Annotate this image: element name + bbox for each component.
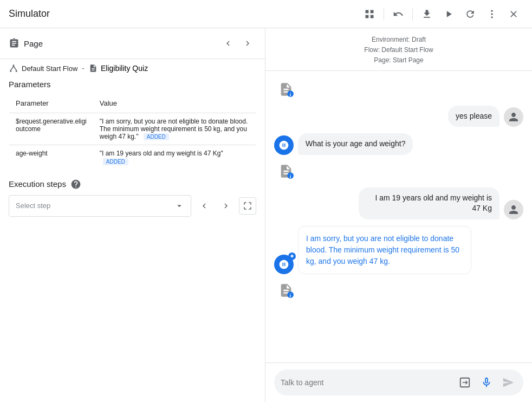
breadcrumb-page-name: Eligibility Quiz: [101, 64, 148, 73]
svg-point-9: [16, 70, 17, 72]
main-layout: Page: [0, 28, 532, 402]
close-button[interactable]: [504, 4, 523, 24]
message-user-1: yes please: [274, 106, 523, 127]
param-value-1: "I am sorry, but you are not eligible to…: [93, 113, 256, 145]
exec-controls: Select step: [9, 195, 256, 217]
param-name-1: $request.generative.eligioutcome: [9, 113, 93, 145]
undo-button[interactable]: [388, 4, 408, 24]
breadcrumb-flow: Default Start Flow: [9, 63, 77, 73]
doc-icon-1: i: [278, 82, 294, 97]
bubble-bot-1: What is your age and weight?: [298, 133, 413, 155]
avatar-bot-ai: ✦: [274, 255, 294, 274]
param-value-2: "I am 19 years old and my weight is 47 K…: [93, 145, 256, 170]
more-button[interactable]: [482, 4, 502, 24]
chat-messages: i yes please W: [265, 71, 532, 362]
parameters-section: Parameters Parameter Value $request.gene…: [0, 80, 265, 179]
breadcrumb: Default Start Flow - Eligibility Quiz: [0, 59, 265, 80]
svg-line-10: [11, 66, 14, 70]
divider-2: [412, 8, 413, 21]
page-header: Page: [0, 28, 265, 59]
refresh-icon: [465, 9, 476, 20]
message-bot-1: What is your age and weight?: [274, 133, 523, 155]
message-user-2: I am 19 years old and my weight is 47 Kg: [274, 187, 523, 219]
refresh-button[interactable]: [460, 4, 480, 24]
avatar-bot-1: [274, 135, 294, 155]
breadcrumb-separator: -: [82, 64, 85, 73]
topbar-actions: [360, 4, 523, 24]
mic-button[interactable]: [478, 374, 495, 391]
svg-point-4: [491, 10, 492, 11]
svg-text:i: i: [290, 293, 291, 298]
topbar: Simulator: [0, 0, 532, 28]
page-back-button[interactable]: [219, 35, 237, 52]
doc-icon-row-2: i: [274, 161, 523, 181]
clipboard-icon: [9, 38, 20, 49]
breadcrumb-flow-name: Default Start Flow: [22, 64, 77, 73]
svg-rect-2: [366, 15, 369, 18]
insert-icon: [459, 377, 471, 388]
step-select-placeholder: Select step: [16, 202, 50, 210]
bubble-user-1: yes please: [448, 106, 499, 127]
parameters-table: Parameter Value $request.generative.elig…: [9, 93, 256, 170]
send-button[interactable]: [499, 374, 517, 391]
page-nav: [219, 35, 256, 52]
meta-line2: Flow: Default Start Flow: [274, 45, 523, 55]
help-icon[interactable]: [70, 179, 81, 190]
chevron-left-icon: [199, 201, 209, 211]
play-icon: [443, 9, 454, 20]
execution-steps-title: Execution steps: [9, 179, 66, 189]
chat-input-row: [274, 369, 523, 395]
exec-header: Execution steps: [9, 179, 256, 190]
chat-panel: Environment: Draft Flow: Default Start F…: [265, 28, 532, 402]
added-badge-2: ADDED: [103, 158, 128, 165]
table-row: age-weight "I am 19 years old and my wei…: [9, 145, 256, 170]
svg-text:i: i: [290, 92, 291, 96]
param-name-2: age-weight: [9, 145, 93, 170]
doc-icon-2: i: [278, 164, 294, 179]
doc-icon-3: i: [278, 283, 294, 298]
svg-text:i: i: [290, 174, 291, 179]
avatar-user-2: [504, 200, 523, 219]
step-select[interactable]: Select step: [9, 195, 191, 217]
chat-input-area: [265, 362, 532, 402]
more-icon: [486, 9, 497, 20]
svg-rect-3: [371, 15, 374, 18]
app-title: Simulator: [9, 8, 50, 20]
bubble-user-2: I am 19 years old and my weight is 47 Kg: [359, 187, 499, 219]
chevron-down-icon: [174, 201, 184, 211]
table-row: $request.generative.eligioutcome "I am s…: [9, 113, 256, 145]
sparkle-icon: ✦: [288, 252, 296, 260]
param-col-header: Parameter: [9, 94, 93, 113]
value-col-header: Value: [93, 94, 256, 113]
chat-input[interactable]: [281, 378, 452, 387]
step-next-button[interactable]: [217, 197, 235, 215]
play-button[interactable]: [439, 4, 458, 24]
mic-icon: [481, 377, 492, 388]
breadcrumb-page: Eligibility Quiz: [89, 64, 148, 73]
meta-line3: Page: Start Page: [274, 55, 523, 66]
bubble-bot-ai: I am sorry, but you are not eligible to …: [298, 226, 471, 274]
doc-icon-row-1: i: [274, 80, 523, 99]
step-prev-button[interactable]: [196, 197, 213, 215]
left-panel: Page: [0, 28, 265, 402]
flow-icon: [9, 63, 18, 73]
execution-steps-section: Execution steps Select step: [0, 179, 265, 217]
grid-icon-button[interactable]: [360, 4, 379, 24]
focus-icon: [243, 201, 252, 211]
focus-button[interactable]: [239, 197, 256, 215]
grid-icon: [364, 9, 375, 20]
download-button[interactable]: [417, 4, 437, 24]
svg-point-7: [13, 64, 15, 66]
chevron-right-icon: [221, 201, 231, 211]
page-forward-button[interactable]: [239, 35, 256, 52]
divider-1: [384, 8, 384, 21]
avatar-user-1: [504, 107, 523, 127]
page-icon: [89, 64, 98, 73]
svg-line-11: [14, 66, 16, 70]
chevron-right-icon: [243, 38, 252, 48]
undo-icon: [393, 9, 404, 20]
svg-point-6: [491, 16, 492, 18]
page-label: Page: [24, 39, 43, 48]
insert-button[interactable]: [456, 374, 473, 391]
svg-rect-1: [371, 10, 374, 13]
